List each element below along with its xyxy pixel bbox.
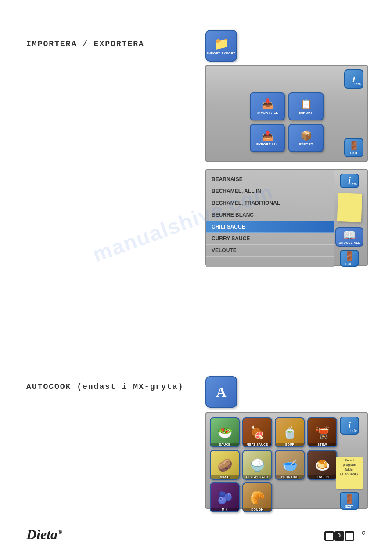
info-button-3[interactable]: i info [340,417,359,435]
ie-buttons-grid: 📥 IMPORT ALL 📋 IMPORT 📤 EXPORT ALL 📦 EXP… [250,92,324,152]
autocook-panel: 🥗 SAUCE 🍖 MEAT SAUCE 🍵 SOUP 🫕 STEW 🥔 MAS… [205,412,368,509]
import-all-label: IMPORT ALL [257,111,278,115]
import-button[interactable]: 📋 IMPORT [288,92,324,120]
autocook-icon: A [216,384,226,400]
mix-label: MIX [211,508,239,511]
exit-button-2[interactable]: 🚪 EXIT [340,250,359,267]
sauce-button[interactable]: 🥗 SAUCE [210,417,240,447]
footer-dod-logo: D ® [324,529,366,543]
sauce-label: SAUCE [211,443,239,446]
exit-label-3: EXIT [345,504,353,508]
porridge-button[interactable]: 🥣 PORRIDGE [275,450,305,480]
dessert-label: DESSERT [308,475,336,479]
soup-button[interactable]: 🍵 SOUP [275,417,305,447]
dough-button[interactable]: 🥐 DOUGH [242,482,272,512]
porridge-label: PORRIDGE [276,475,304,479]
recipe-list: BEARNAISE BECHAMEL, ALL IN BECHAMEL, TRA… [206,170,334,267]
dod-trademark: ® [362,530,366,537]
mix-button[interactable]: 🫐 MIX [210,482,240,512]
exit-icon-3: 🚪 [344,493,355,504]
list-item[interactable]: CURRY SAUCE [206,233,334,245]
export-button[interactable]: 📦 EXPORT [288,124,324,152]
export-all-button[interactable]: 📤 EXPORT ALL [250,124,285,152]
mash-label: MASH [211,475,239,479]
stew-label: STEW [308,443,336,446]
export-all-icon: 📤 [262,130,273,141]
list-item[interactable]: BEARNAISE [206,174,334,185]
choose-all-icon: 📖 [343,229,356,241]
export-label: EXPORT [299,142,313,146]
export-all-label: EXPORT ALL [256,142,278,146]
soup-label: SOUP [276,443,304,446]
import-export-icon: 📁 [214,36,229,51]
import-export-top-label: IMPORT-EXPORT [207,52,235,55]
import-label: IMPORT [299,111,313,115]
exit-icon-2: 🚪 [344,251,355,261]
info-sub-label-3: info [350,428,357,432]
info-sub-label-2: info [350,182,357,186]
autocook-grid: 🥗 SAUCE 🍖 MEAT SAUCE 🍵 SOUP 🫕 STEW 🥔 MAS… [210,417,337,512]
autocook-top-button[interactable]: A [205,376,237,408]
autocook-sticky-note: Select program folder (AutoCook). [336,457,363,489]
importera-exportera-title: IMPORTERA / EXPORTERA [26,40,144,48]
choose-all-button[interactable]: 📖 CHOOSE ALL [335,227,363,247]
rice-potato-label: RICE-POTATO [243,475,271,479]
rice-potato-button[interactable]: 🍚 RICE-POTATO [242,450,272,480]
export-icon: 📦 [300,130,312,141]
meat-sauce-button[interactable]: 🍖 MEAT SAUCE [242,417,272,447]
exit-icon-1: 🚪 [349,140,360,151]
mash-button[interactable]: 🥔 MASH [210,450,240,480]
exit-label-2: EXIT [345,262,353,266]
exit-button-3[interactable]: 🚪 EXIT [340,492,359,510]
info-sub-label-1: info [354,82,361,86]
sticky-note-1 [337,193,362,222]
list-item[interactable]: VELOUTE [206,245,334,257]
list-item[interactable]: BECHAMEL, TRADITIONAL [206,197,334,209]
footer-dieta-logo: Dieta® [26,526,62,543]
list-right-panel: i info 📖 CHOOSE ALL 🚪 EXIT [332,170,367,267]
list-item[interactable]: BECHAMEL, ALL IN [206,185,334,197]
choose-all-label: CHOOSE ALL [339,241,360,244]
list-item-selected[interactable]: CHILI SAUCE [206,221,334,233]
import-all-icon: 📥 [262,98,273,110]
import-export-panel: i info 📥 IMPORT ALL 📋 IMPORT 📤 EXPORT AL… [205,65,368,162]
list-selection-panel: BEARNAISE BECHAMEL, ALL IN BECHAMEL, TRA… [205,169,368,266]
dieta-trademark: ® [58,529,62,535]
import-export-top-button[interactable]: 📁 IMPORT-EXPORT [205,30,237,62]
exit-button-1[interactable]: 🚪 EXIT [344,138,363,157]
list-item[interactable]: BEURRE BLANC [206,209,334,221]
autocook-title: AUTOCOOK (endast i MX-gryta) [26,382,183,391]
exit-label-1: EXIT [350,151,358,155]
dough-label: DOUGH [243,508,271,511]
import-icon: 📋 [300,98,312,110]
info-button-1[interactable]: i info [344,69,363,89]
import-all-button[interactable]: 📥 IMPORT ALL [250,92,285,120]
autocook-right-panel: i info Select program folder (AutoCook).… [332,413,367,510]
info-button-2[interactable]: i info [340,174,359,188]
meat-sauce-label: MEAT SAUCE [243,443,271,446]
